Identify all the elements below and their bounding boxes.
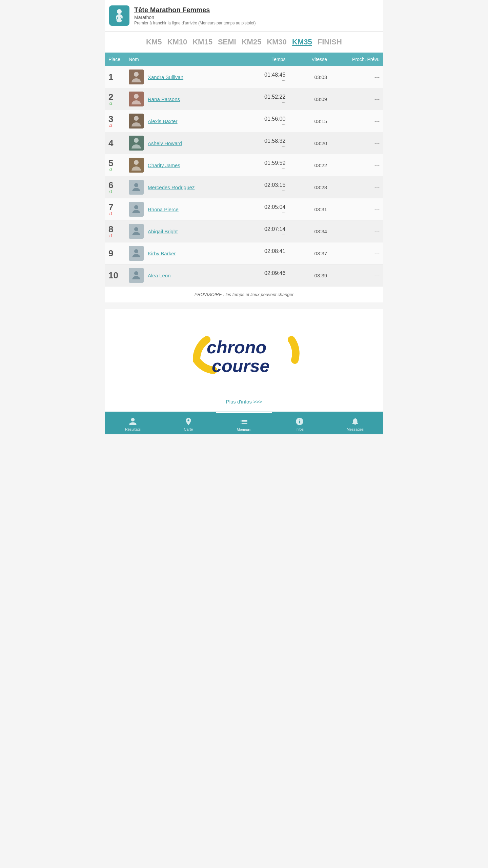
- avatar: [129, 202, 144, 217]
- time-sub: ---: [240, 254, 285, 258]
- svg-point-15: [134, 271, 138, 275]
- avatar: [129, 136, 144, 151]
- place-change: ↓1: [108, 234, 122, 238]
- km-nav-km25[interactable]: KM25: [242, 38, 262, 46]
- info-icon: [295, 417, 304, 426]
- avatar: [129, 70, 144, 84]
- place-change: ↑2: [108, 101, 122, 105]
- nav-messages[interactable]: Messages: [327, 412, 383, 434]
- km-nav-km30[interactable]: KM30: [267, 38, 287, 46]
- place-cell: 1: [105, 66, 125, 88]
- time-cell: 01:52:22---: [237, 88, 289, 110]
- name-cell: Ashely Howard: [125, 132, 237, 154]
- more-info-link[interactable]: Plus d'infos >>>: [226, 399, 262, 405]
- proch-cell: ---: [330, 132, 383, 154]
- event-description: Premier à franchir la ligne d'arrivée (M…: [134, 21, 256, 25]
- nav-carte[interactable]: Carte: [161, 412, 216, 434]
- place-number: 7: [108, 202, 113, 212]
- time-sub: ---: [240, 210, 285, 214]
- speed-cell: 03:34: [289, 220, 330, 242]
- event-subtitle: Marathon: [134, 15, 256, 20]
- svg-point-2: [134, 72, 139, 77]
- km-nav-km5[interactable]: KM5: [146, 38, 162, 46]
- name-cell: Alea Leon: [125, 264, 237, 287]
- proch-cell: ---: [330, 176, 383, 198]
- bottom-navigation: Résultats Carte Meneurs Infos Messages: [105, 412, 383, 434]
- speed-cell: 03:20: [289, 132, 330, 154]
- name-cell: Mercedes Rodriguez: [125, 176, 237, 198]
- place-number: 10: [108, 270, 118, 280]
- sponsor-logo-section: chrono course La précision en temps réel…: [105, 309, 383, 392]
- name-cell: Xandra Sullivan: [125, 66, 237, 88]
- time-main: 01:59:59: [240, 160, 285, 166]
- place-number: 3: [108, 114, 113, 124]
- col-vitesse: Vitesse: [289, 53, 330, 66]
- svg-text:chrono: chrono: [207, 337, 266, 357]
- time-sub: ---: [240, 78, 285, 82]
- svg-point-6: [134, 116, 139, 121]
- nav-meneurs[interactable]: Meneurs: [216, 412, 272, 434]
- time-cell: 02:08:41---: [237, 242, 289, 264]
- km-nav-semi[interactable]: SEMI: [218, 38, 236, 46]
- svg-point-8: [134, 138, 139, 143]
- time-cell: 02:03:15---: [237, 176, 289, 198]
- table-row: 8↓1 Abigail Bright02:07:14---03:34---: [105, 220, 383, 242]
- place-cell: 4: [105, 132, 125, 154]
- svg-point-4: [134, 94, 139, 99]
- proch-cell: ---: [330, 88, 383, 110]
- speed-cell: 03:03: [289, 66, 330, 88]
- time-main: 02:05:04: [240, 204, 285, 210]
- results-table: Place Nom Temps Vitesse Proch. Prévu 1 X…: [105, 53, 383, 287]
- name-cell: Kirby Barker: [125, 242, 237, 264]
- proch-cell: ---: [330, 242, 383, 264]
- place-number: 5: [108, 158, 113, 168]
- runner-name-link[interactable]: Rana Parsons: [148, 96, 180, 102]
- runner-name-link[interactable]: Rhona Pierce: [148, 206, 179, 212]
- runner-name-link[interactable]: Alea Leon: [148, 273, 171, 278]
- col-nom: Nom: [125, 53, 237, 66]
- time-cell: 02:07:14---: [237, 220, 289, 242]
- runner-name-link[interactable]: Alexis Baxter: [148, 118, 178, 124]
- km-nav-finish[interactable]: FINISH: [318, 38, 342, 46]
- time-main: 02:03:15: [240, 182, 285, 188]
- km-navigation: KM5KM10KM15SEMIKM25KM30KM35FINISH: [105, 32, 383, 53]
- time-cell: 02:05:04---: [237, 198, 289, 220]
- place-number: 4: [108, 138, 113, 148]
- km-nav-km10[interactable]: KM10: [167, 38, 187, 46]
- proch-cell: ---: [330, 220, 383, 242]
- avatar: [129, 114, 144, 129]
- nav-resultats[interactable]: Résultats: [105, 412, 161, 434]
- proch-cell: ---: [330, 110, 383, 132]
- page-header: Tête Marathon Femmes Marathon Premier à …: [105, 0, 383, 32]
- runner-name-link[interactable]: Ashely Howard: [148, 140, 182, 146]
- map-pin-icon: [184, 417, 193, 426]
- place-cell: 5↑3: [105, 154, 125, 176]
- col-place: Place: [105, 53, 125, 66]
- runner-name-link[interactable]: Charity James: [148, 162, 180, 168]
- table-row: 6↑1 Mercedes Rodriguez02:03:15---03:28--…: [105, 176, 383, 198]
- runner-name-link[interactable]: Xandra Sullivan: [148, 74, 183, 80]
- svg-point-0: [117, 9, 122, 14]
- proch-cell: ---: [330, 198, 383, 220]
- runner-name-link[interactable]: Abigail Bright: [148, 229, 178, 234]
- event-info: Tête Marathon Femmes Marathon Premier à …: [134, 6, 256, 25]
- runner-name-link[interactable]: Mercedes Rodriguez: [148, 184, 195, 190]
- name-cell: Alexis Baxter: [125, 110, 237, 132]
- km-nav-km35[interactable]: KM35: [292, 38, 312, 46]
- avatar: [129, 224, 144, 239]
- place-cell: 2↑2: [105, 88, 125, 110]
- avatar: [129, 246, 144, 261]
- svg-point-13: [134, 227, 138, 231]
- time-sub: ---: [240, 276, 285, 280]
- svg-point-12: [134, 205, 138, 209]
- table-row: 1 Xandra Sullivan01:48:45---03:03---: [105, 66, 383, 88]
- place-number: 9: [108, 248, 113, 258]
- time-sub: ---: [240, 144, 285, 148]
- bell-icon: [351, 417, 360, 426]
- nav-infos[interactable]: Infos: [272, 412, 327, 434]
- nav-carte-label: Carte: [184, 427, 193, 431]
- km-nav-km15[interactable]: KM15: [192, 38, 212, 46]
- time-sub: ---: [240, 122, 285, 126]
- runner-name-link[interactable]: Kirby Barker: [148, 251, 176, 256]
- place-cell: 9: [105, 242, 125, 264]
